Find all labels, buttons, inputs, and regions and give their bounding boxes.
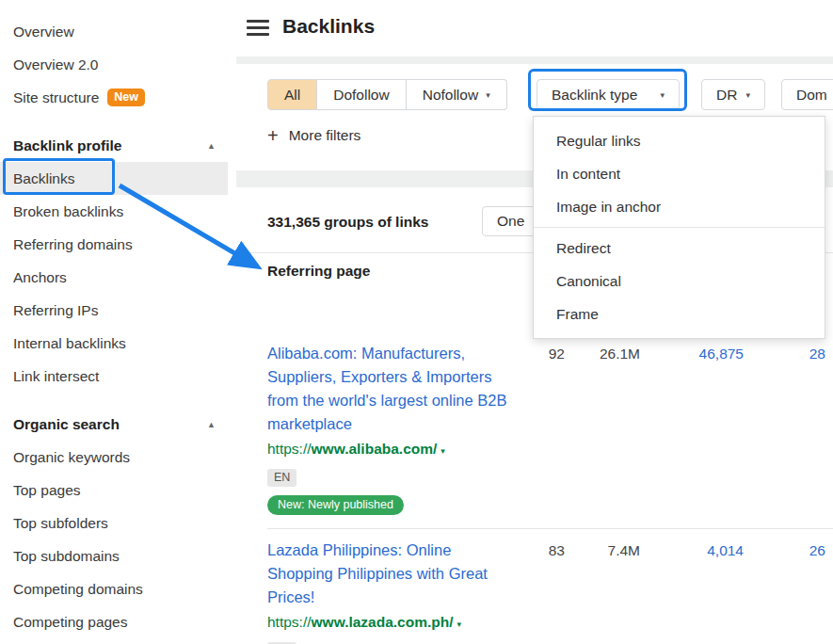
menu-icon[interactable] — [247, 20, 269, 40]
chevron-down-icon: ▾ — [660, 90, 665, 100]
chevron-down-icon: ▾ — [745, 90, 750, 100]
table-row: Alibaba.com: Manufacturers, Suppliers, E… — [267, 317, 833, 529]
collapse-icon: ▲ — [207, 420, 216, 429]
sidebar-section-organic-search[interactable]: Organic search ▲ — [0, 408, 236, 441]
sidebar-item-top-pages[interactable]: Top pages — [0, 474, 236, 507]
sidebar-item-referring-domains[interactable]: Referring domains — [0, 228, 236, 261]
column-header-referring-page[interactable]: Referring page — [267, 263, 370, 280]
metric-value: 26.1M — [565, 342, 640, 515]
top-bar: Backlinks — [236, 0, 833, 56]
menu-item-image-in-anchor[interactable]: Image in anchor — [534, 190, 825, 223]
referring-page-url[interactable]: https://www.alibaba.com/▾ — [267, 441, 520, 458]
results-count: 331,365 groups of links — [267, 214, 428, 231]
domain-filter-button[interactable]: Dom — [781, 79, 833, 110]
page-title: Backlinks — [282, 15, 375, 38]
metric-value: 83 — [520, 539, 565, 644]
metric-link[interactable]: 4,014 — [640, 539, 744, 644]
referring-page-link[interactable]: Alibaba.com: Manufacturers, Suppliers, E… — [267, 342, 520, 436]
menu-item-regular-links[interactable]: Regular links — [534, 124, 825, 157]
metric-value: 92 — [520, 342, 565, 515]
sidebar-item-anchors[interactable]: Anchors — [0, 261, 236, 294]
menu-item-redirect[interactable]: Redirect — [534, 232, 825, 265]
follow-filter-group: All Dofollow Nofollow ▾ — [267, 79, 507, 110]
menu-item-canonical[interactable]: Canonical — [534, 265, 825, 298]
sidebar-item-competing-domains[interactable]: Competing domains — [0, 572, 236, 605]
menu-divider — [534, 227, 825, 228]
sidebar-item-link-intersect[interactable]: Link intersect — [0, 360, 236, 393]
sidebar-item-overview[interactable]: Overview — [0, 15, 236, 48]
filter-dofollow-button[interactable]: Dofollow — [317, 79, 406, 110]
backlink-type-dropdown-menu: Regular links In content Image in anchor… — [533, 116, 825, 339]
backlinks-table: Alibaba.com: Manufacturers, Suppliers, E… — [267, 317, 833, 644]
new-badge: New — [107, 89, 145, 106]
sidebar-item-top-subfolders[interactable]: Top subfolders — [0, 507, 236, 539]
metric-link[interactable]: 46,875 — [640, 342, 744, 515]
collapse-icon: ▲ — [207, 141, 216, 151]
sidebar-item-top-subdomains[interactable]: Top subdomains — [0, 539, 236, 572]
menu-item-frame[interactable]: Frame — [534, 298, 825, 330]
metric-link[interactable]: 26 — [744, 539, 825, 644]
status-badge: New: Newly published — [267, 495, 404, 515]
dr-filter-button[interactable]: DR ▾ — [701, 79, 765, 110]
sidebar-item-referring-ips[interactable]: Referring IPs — [0, 294, 236, 327]
sidebar-item-organic-keywords[interactable]: Organic keywords — [0, 441, 236, 474]
plus-icon: + — [267, 126, 279, 145]
menu-item-in-content[interactable]: In content — [534, 157, 825, 190]
table-row: Lazada Philippines: Online Shopping Phil… — [267, 529, 833, 644]
sidebar-section-backlink-profile[interactable]: Backlink profile ▲ — [0, 129, 236, 162]
filter-all-button[interactable]: All — [267, 79, 317, 110]
chevron-down-icon[interactable]: ▾ — [457, 620, 462, 629]
chevron-down-icon[interactable]: ▾ — [441, 446, 445, 456]
sidebar-item-backlinks[interactable]: Backlinks — [0, 162, 228, 195]
filter-nofollow-button[interactable]: Nofollow ▾ — [407, 79, 507, 110]
chevron-down-icon: ▾ — [486, 90, 490, 100]
sidebar-item-broken-backlinks[interactable]: Broken backlinks — [0, 195, 236, 228]
sidebar-item-site-structure[interactable]: Site structure New — [0, 81, 236, 114]
metric-link[interactable]: 28 — [744, 342, 825, 515]
referring-page-url[interactable]: https://www.lazada.com.ph/▾ — [267, 614, 520, 631]
referring-page-link[interactable]: Lazada Philippines: Online Shopping Phil… — [267, 539, 520, 609]
sidebar: Overview Overview 2.0 Site structure New… — [0, 0, 236, 644]
metric-value: 7.4M — [565, 539, 640, 644]
language-badge: EN — [267, 469, 296, 487]
sidebar-item-competing-pages[interactable]: Competing pages — [0, 605, 236, 638]
sidebar-item-internal-backlinks[interactable]: Internal backlinks — [0, 327, 236, 360]
more-filters-button[interactable]: + More filters — [267, 126, 360, 145]
sidebar-item-overview-2[interactable]: Overview 2.0 — [0, 48, 236, 81]
backlink-type-button[interactable]: Backlink type ▾ — [537, 79, 680, 110]
